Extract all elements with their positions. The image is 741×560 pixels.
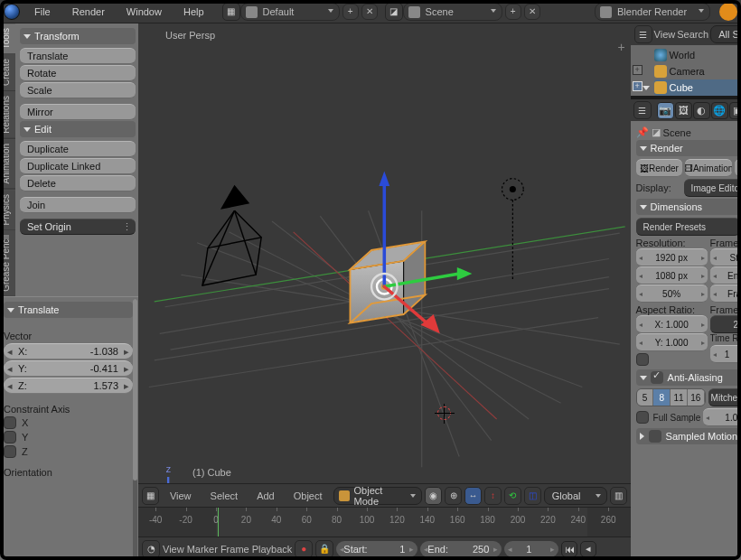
3dmenu-object[interactable]: Object (286, 488, 331, 504)
aa-size-field[interactable]: 1.000 px (703, 408, 741, 426)
constraint-x-check[interactable]: X (4, 416, 133, 429)
region-toggle-icon[interactable]: + (617, 40, 624, 54)
constraint-y-check[interactable]: Y (4, 431, 133, 443)
set-origin-menu[interactable]: Set Origin (20, 219, 136, 235)
manipulator-toggle-icon[interactable]: ↔ (464, 487, 482, 505)
ctx-scene-icon[interactable]: ◐ (693, 102, 710, 119)
auto-keyframe-icon[interactable]: ● (295, 540, 313, 558)
panel-aa-header[interactable]: ✓Anti-Aliasing (636, 369, 741, 386)
join-button[interactable]: Join (20, 197, 136, 213)
tab-grease-pencil[interactable]: Grease Pencil (0, 230, 15, 297)
scene-add-button[interactable]: + (505, 4, 521, 20)
frame-start-field[interactable]: Start:1 (336, 541, 417, 557)
properties-editor-icon[interactable]: ☰ (633, 101, 652, 119)
layout-add-button[interactable]: + (342, 4, 359, 20)
3dmenu-view[interactable]: View (162, 488, 200, 504)
outliner-editor-icon[interactable]: ☰ (634, 25, 652, 43)
timeline-ruler[interactable]: -40-200204060801001201401601802002202402… (138, 507, 631, 537)
tab-relations[interactable]: Relations (0, 91, 15, 139)
aspect-y-field[interactable]: Y: 1.000 (636, 333, 708, 351)
outliner-filter-dropdown[interactable]: All Scenes (710, 25, 741, 43)
layers-icon[interactable]: ▥ (610, 487, 627, 505)
3d-viewport[interactable]: User Persp (138, 23, 631, 483)
aspect-x-field[interactable]: X: 1.000 (636, 315, 708, 333)
manipulator-scale-icon[interactable]: ◫ (524, 487, 541, 505)
keyframe-prev-icon[interactable]: ◂ (580, 541, 596, 557)
aa-11[interactable]: 11 (671, 389, 688, 406)
aa-samples-segmented[interactable]: 5 8 11 16 (636, 388, 706, 406)
3dmenu-select[interactable]: Select (202, 488, 247, 504)
panel-render-header[interactable]: Render (636, 140, 741, 156)
ctx-render-icon[interactable]: 📷 (657, 102, 674, 119)
orientation-dropdown[interactable]: Global (544, 487, 607, 505)
aa-filter-dropdown[interactable]: Mitchell-Netravali (708, 388, 741, 406)
frame-end-field[interactable]: End: 250 (710, 266, 741, 285)
layout-delete-button[interactable]: ✕ (361, 4, 378, 20)
render-engine-dropdown[interactable]: Blender Render (595, 3, 710, 21)
panel-edit-header[interactable]: Edit (20, 121, 136, 137)
manipulator-rotate-icon[interactable]: ⟲ (504, 487, 521, 505)
lock-icon[interactable]: 🔒 (315, 540, 333, 558)
disclosure-icon[interactable] (643, 86, 650, 90)
outliner-item-camera[interactable]: + Camera 👁↖📷 (654, 63, 741, 79)
editor-type-icon[interactable]: ▦ (142, 487, 159, 505)
panel-transform-header[interactable]: Transform (20, 28, 136, 44)
outliner-tree[interactable]: World + Camera 👁↖📷 + Cube 👁↖📷 (631, 45, 741, 98)
tlmenu-frame[interactable]: Frame (220, 544, 249, 555)
menu-window[interactable]: Window (116, 3, 173, 20)
tab-tools[interactable]: Tools (0, 23, 15, 54)
scale-button[interactable]: Scale (20, 82, 136, 98)
audio-button[interactable]: 🔊Audio (735, 159, 741, 177)
rotate-button[interactable]: Rotate (20, 65, 136, 81)
vector-y-field[interactable]: Y:-0.411 (4, 360, 133, 377)
blender-icon[interactable] (4, 4, 20, 20)
resolution-y-field[interactable]: 1080 px (636, 266, 708, 285)
aa-5[interactable]: 5 (637, 389, 654, 406)
vector-x-field[interactable]: X:-1.038 (4, 343, 133, 359)
operator-header[interactable]: Translate (4, 302, 133, 318)
resolution-pct-field[interactable]: 50% (636, 285, 708, 303)
pivot-icon[interactable]: ⊕ (445, 487, 462, 505)
layout-browse-icon[interactable]: ▦ (222, 3, 240, 21)
mirror-button[interactable]: Mirror (20, 104, 136, 120)
3dmenu-add[interactable]: Add (249, 488, 283, 504)
blender-logo-icon[interactable] (719, 3, 737, 21)
frame-end-field[interactable]: End:250 (420, 541, 502, 557)
outliner-item-world[interactable]: World (654, 47, 741, 63)
scene-dropdown[interactable]: Scene (403, 3, 502, 21)
menu-file[interactable]: File (23, 3, 61, 20)
shading-icon[interactable]: ◉ (425, 487, 442, 505)
scene-delete-button[interactable]: ✕ (524, 4, 540, 20)
tab-animation[interactable]: Animation (0, 139, 15, 189)
frame-step-field[interactable]: Frame: 1 (710, 285, 741, 303)
animation-button[interactable]: 🎞Animation (685, 159, 732, 177)
timeline-cursor[interactable] (218, 508, 219, 537)
full-sample-check[interactable]: Full Sample (636, 410, 701, 425)
tlmenu-view[interactable]: View (163, 544, 184, 555)
expand-icon[interactable]: + (633, 81, 643, 91)
panel-motion-blur-header[interactable]: Sampled Motion Blur (636, 428, 741, 444)
expand-icon[interactable]: + (633, 65, 643, 75)
tlmenu-marker[interactable]: Marker (187, 544, 218, 555)
panel-dimensions-header[interactable]: Dimensions (636, 199, 741, 215)
ctx-render-layers-icon[interactable]: 🖼 (675, 102, 692, 119)
constraint-z-check[interactable]: Z (4, 445, 133, 458)
render-button[interactable]: 🖼Render (636, 159, 683, 177)
ctx-world-icon[interactable]: 🌐 (711, 102, 728, 119)
translate-button[interactable]: Translate (20, 48, 136, 64)
operator-scrollbar[interactable] (133, 299, 137, 558)
tab-physics[interactable]: Physics (0, 190, 15, 230)
outliner-item-cube[interactable]: + Cube 👁↖📷 (654, 79, 741, 96)
jump-start-icon[interactable]: ⏮ (561, 541, 577, 557)
aa-8[interactable]: 8 (653, 389, 671, 406)
timeline-editor-icon[interactable]: ◔ (142, 540, 160, 558)
time-old-field[interactable]: 1 (710, 345, 741, 363)
vector-z-field[interactable]: Z:1.573 (4, 378, 133, 394)
ctx-object-icon[interactable]: ▣ (729, 102, 741, 119)
menu-help[interactable]: Help (173, 3, 215, 20)
mode-dropdown[interactable]: Object Mode (333, 487, 423, 505)
frame-start-field[interactable]: Start : 1 (710, 248, 741, 266)
tlmenu-playback[interactable]: Playback (252, 544, 293, 555)
pin-icon[interactable]: 📌 (636, 126, 649, 138)
manipulator-translate-icon[interactable]: ↕ (484, 487, 502, 505)
